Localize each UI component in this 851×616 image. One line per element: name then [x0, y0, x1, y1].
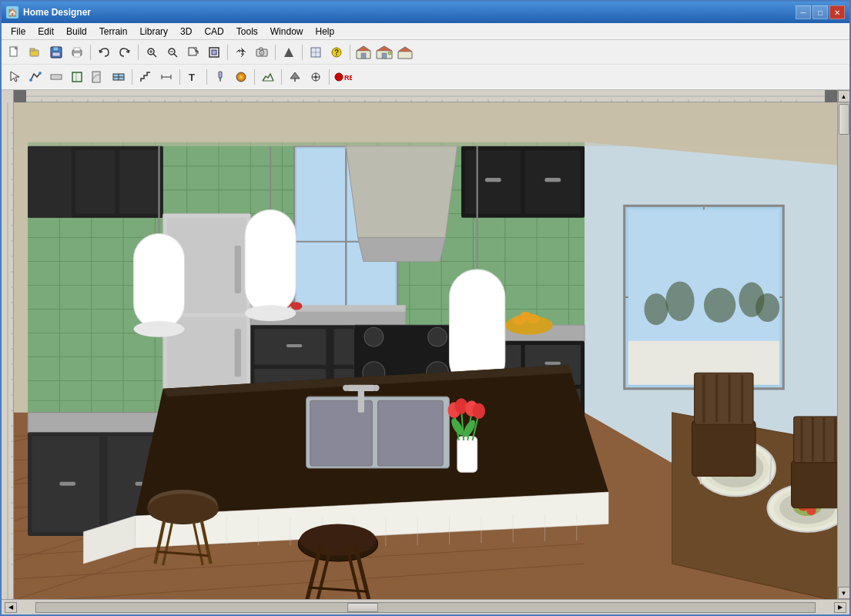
menu-help[interactable]: Help: [309, 25, 340, 38]
svg-rect-268: [544, 178, 561, 182]
door-tool-button[interactable]: [88, 67, 108, 87]
material-tool-button[interactable]: [231, 67, 251, 87]
redo-button[interactable]: [115, 42, 135, 62]
ref1-button[interactable]: [306, 42, 326, 62]
svg-point-185: [704, 288, 735, 323]
fit-view-button[interactable]: [204, 42, 224, 62]
close-button[interactable]: ✕: [829, 5, 845, 19]
svg-point-40: [29, 79, 32, 82]
help-button[interactable]: ?: [327, 42, 347, 62]
camera-button[interactable]: [252, 42, 272, 62]
svg-rect-5: [52, 52, 60, 56]
maximize-button[interactable]: □: [812, 5, 828, 19]
bird-view-button[interactable]: [395, 42, 415, 62]
scroll-track-horizontal[interactable]: [35, 602, 816, 613]
menu-tools[interactable]: Tools: [230, 25, 264, 38]
menu-file[interactable]: File: [5, 25, 32, 38]
sep-t3: [206, 69, 207, 85]
svg-rect-299: [358, 389, 364, 413]
ruler-left: [2, 90, 14, 599]
3d-viewport[interactable]: [14, 102, 837, 599]
terrain-tool-button[interactable]: [258, 67, 278, 87]
svg-rect-44: [72, 72, 82, 82]
svg-point-271: [133, 321, 184, 337]
svg-point-302: [373, 385, 379, 391]
polyline-tool-button[interactable]: [25, 67, 45, 87]
svg-marker-39: [11, 72, 19, 82]
record-button[interactable]: REC: [333, 67, 353, 87]
window-tool-button[interactable]: [109, 67, 129, 87]
wall-tool-button[interactable]: [46, 67, 66, 87]
scroll-up-arrow[interactable]: ▲: [838, 90, 850, 102]
sep6: [350, 45, 350, 60]
svg-point-183: [645, 293, 668, 325]
svg-point-323: [300, 524, 376, 555]
svg-point-22: [261, 52, 263, 54]
select-tool-button[interactable]: [5, 67, 25, 87]
svg-rect-208: [28, 146, 72, 218]
sep4: [275, 45, 276, 60]
zoom-magnify-button[interactable]: [142, 42, 162, 62]
elevate-button[interactable]: [285, 67, 305, 87]
text-tool-button[interactable]: T: [183, 67, 203, 87]
menu-3d[interactable]: 3D: [174, 25, 198, 38]
arrow-up-button[interactable]: [279, 42, 299, 62]
scroll-left-arrow[interactable]: ◀: [5, 602, 17, 613]
menu-cad[interactable]: CAD: [198, 25, 230, 38]
transform-button[interactable]: [306, 67, 326, 87]
svg-rect-23: [260, 48, 263, 50]
svg-rect-303: [457, 437, 477, 472]
svg-line-17: [193, 48, 198, 52]
svg-rect-273: [245, 209, 296, 313]
zoom-out-button[interactable]: [183, 42, 203, 62]
sep-t1: [132, 69, 132, 85]
svg-rect-32: [361, 53, 366, 59]
sep3: [227, 45, 228, 60]
svg-point-62: [335, 73, 343, 81]
svg-rect-298: [378, 400, 444, 466]
scroll-thumb-horizontal[interactable]: [347, 603, 378, 612]
scroll-track-right[interactable]: [838, 102, 849, 587]
svg-text:T: T: [189, 72, 195, 83]
menu-build[interactable]: Build: [60, 25, 93, 38]
svg-point-263: [520, 312, 531, 320]
scroll-thumb-right[interactable]: [839, 104, 849, 135]
house-interior-button[interactable]: [374, 42, 394, 62]
scrollbar-right[interactable]: ▲ ▼: [837, 90, 849, 599]
svg-rect-2: [30, 49, 35, 51]
room-tool-button[interactable]: [67, 67, 87, 87]
sep2: [138, 45, 139, 60]
svg-point-311: [472, 403, 485, 419]
canvas-area[interactable]: [14, 90, 837, 599]
zoom-in-button[interactable]: [162, 42, 183, 62]
open-button[interactable]: [25, 42, 45, 62]
menu-window[interactable]: Window: [264, 25, 310, 38]
dimension-tool-button[interactable]: [156, 67, 176, 87]
stairs-tool-button[interactable]: [136, 67, 156, 87]
svg-rect-216: [235, 329, 241, 377]
menu-edit[interactable]: Edit: [32, 25, 60, 38]
new-button[interactable]: [5, 42, 25, 62]
svg-rect-267: [485, 178, 501, 182]
print-button[interactable]: [67, 42, 87, 62]
app-icon: 🏠: [6, 6, 18, 18]
svg-rect-351: [794, 417, 837, 463]
svg-rect-211: [119, 150, 159, 214]
save-button[interactable]: [46, 42, 66, 62]
svg-point-321: [149, 494, 217, 522]
svg-marker-242: [346, 146, 457, 238]
window-title: Home Designer: [23, 7, 91, 18]
house-exterior-button[interactable]: [353, 42, 374, 62]
minimize-button[interactable]: ─: [796, 5, 811, 19]
move-view-button[interactable]: [231, 42, 251, 62]
undo-button[interactable]: [94, 42, 114, 62]
menu-bar: File Edit Build Terrain Library 3D CAD T…: [2, 23, 849, 40]
paint-brush-button[interactable]: [210, 67, 230, 87]
toolbar-2: T REC: [2, 65, 849, 89]
scroll-right-arrow[interactable]: ▶: [834, 602, 846, 613]
svg-point-36: [388, 52, 391, 55]
menu-library[interactable]: Library: [133, 25, 174, 38]
svg-point-41: [39, 72, 42, 75]
menu-terrain[interactable]: Terrain: [93, 25, 134, 38]
scroll-down-arrow[interactable]: ▼: [838, 587, 850, 599]
